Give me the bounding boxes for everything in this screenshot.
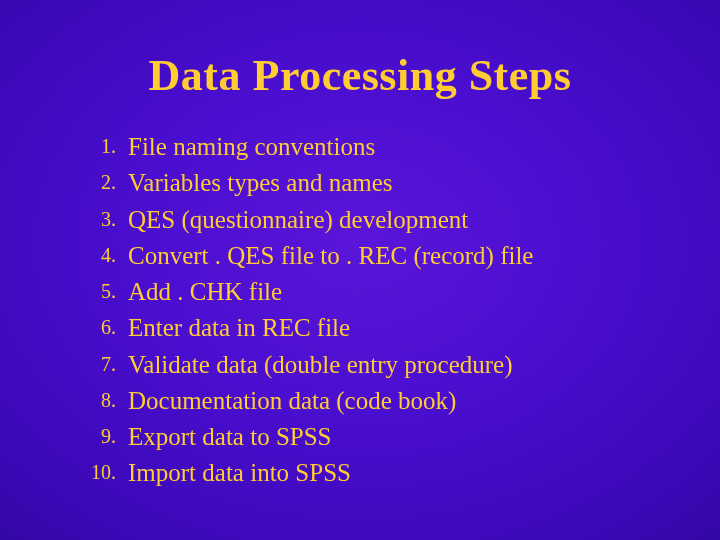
- step-text: Add . CHK file: [128, 278, 282, 305]
- list-item: Export data to SPSS: [120, 419, 660, 455]
- list-item: File naming conventions: [120, 129, 660, 165]
- list-item: Import data into SPSS: [120, 455, 660, 491]
- step-text: Export data to SPSS: [128, 423, 332, 450]
- slide-title: Data Processing Steps: [60, 50, 660, 101]
- list-item: Validate data (double entry procedure): [120, 347, 660, 383]
- step-text: QES (questionnaire) development: [128, 206, 468, 233]
- step-text: Convert . QES file to . REC (record) fil…: [128, 242, 533, 269]
- step-text: Variables types and names: [128, 169, 393, 196]
- list-item: Enter data in REC file: [120, 310, 660, 346]
- list-item: Documentation data (code book): [120, 383, 660, 419]
- list-item: Add . CHK file: [120, 274, 660, 310]
- step-text: Validate data (double entry procedure): [128, 351, 513, 378]
- step-text: Enter data in REC file: [128, 314, 350, 341]
- step-text: File naming conventions: [128, 133, 375, 160]
- step-text: Import data into SPSS: [128, 459, 351, 486]
- list-item: Variables types and names: [120, 165, 660, 201]
- slide: Data Processing Steps File naming conven…: [0, 0, 720, 540]
- steps-list: File naming conventions Variables types …: [60, 129, 660, 492]
- list-item: QES (questionnaire) development: [120, 202, 660, 238]
- step-text: Documentation data (code book): [128, 387, 456, 414]
- list-item: Convert . QES file to . REC (record) fil…: [120, 238, 660, 274]
